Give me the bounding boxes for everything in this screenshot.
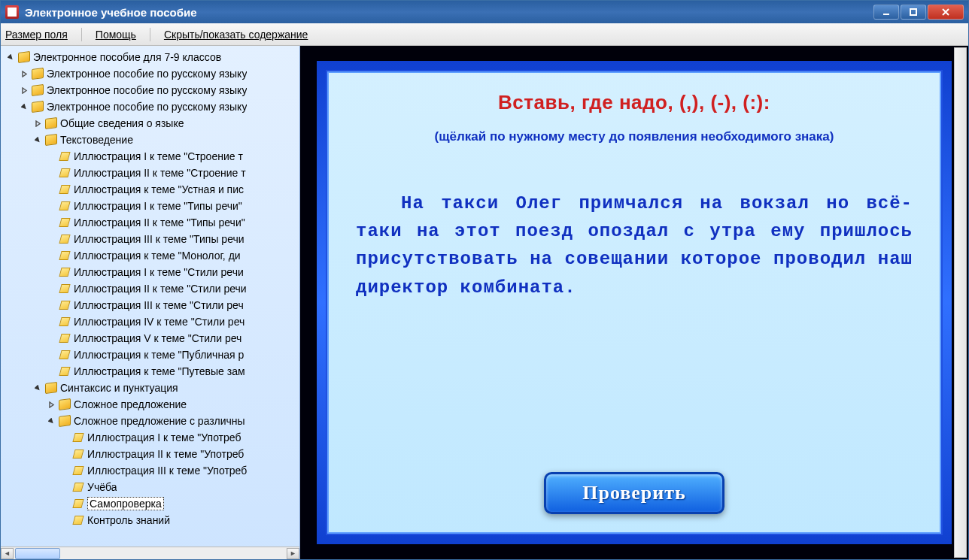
tree-item[interactable]: Иллюстрация II к теме "Строение т — [7, 165, 299, 181]
tree-label: Иллюстрация II к теме "Строение т — [74, 167, 246, 179]
scroll-thumb[interactable] — [15, 548, 60, 559]
book-icon — [59, 399, 71, 410]
page-icon — [59, 201, 71, 211]
tree-item[interactable]: Самопроверка — [7, 495, 299, 512]
tree-item[interactable]: Иллюстрация III к теме "Стили реч — [7, 297, 299, 313]
tree-label: Иллюстрация V к теме "Стили реч — [74, 332, 241, 344]
menu-help[interactable]: Помощь — [96, 29, 136, 41]
sidebar: Электронное пособие для 7-9 классовЭлект… — [1, 46, 300, 559]
tree-label: Иллюстрация II к теме "Типы речи" — [74, 216, 245, 229]
tree-item[interactable]: Иллюстрация к теме "Монолог, ди — [7, 247, 299, 264]
tree-item[interactable]: Общие сведения о языке — [7, 115, 299, 132]
tree-label: Иллюстрация II к теме "Стили речи — [74, 283, 247, 295]
page-icon — [59, 250, 71, 261]
exercise-text[interactable]: На такси Олег примчался на вокзал но всё… — [348, 189, 920, 301]
tree-label: Учёба — [87, 481, 117, 493]
tree-label: Общие сведения о языке — [60, 117, 184, 129]
page-icon — [59, 300, 71, 310]
tree-label: Иллюстрация к теме "Путевые зам — [74, 365, 245, 377]
book-icon — [45, 135, 57, 145]
page-icon — [59, 316, 71, 327]
tree-label: Иллюстрация III к теме "Употреб — [87, 465, 247, 477]
menubar: Размер поля Помощь Скрыть/показать содер… — [1, 23, 968, 46]
tree-item[interactable]: Иллюстрация к теме "Устная и пис — [7, 181, 299, 198]
tree-item[interactable]: Электронное пособие по русскому языку — [7, 82, 299, 98]
tree-item[interactable]: Иллюстрация II к теме "Употреб — [7, 446, 299, 462]
tree-label: Текстоведение — [60, 134, 133, 146]
tree-label: Сложное предложение с различны — [74, 415, 245, 427]
tree-label: Иллюстрация к теме "Устная и пис — [74, 183, 244, 195]
tree-item[interactable]: Синтаксис и пунктуация — [7, 380, 299, 396]
tree-item[interactable]: Сложное предложение — [7, 396, 299, 413]
tree-label: Электронное пособие по русскому языку — [47, 84, 247, 96]
tree-item[interactable]: Иллюстрация I к теме "Употреб — [7, 429, 299, 446]
tree-item[interactable]: Учёба — [7, 479, 299, 495]
page-icon — [59, 350, 71, 360]
tree-item[interactable]: Иллюстрация III к теме "Употреб — [7, 462, 299, 479]
workspace: Электронное пособие для 7-9 классовЭлект… — [1, 46, 968, 559]
page-icon — [59, 234, 71, 244]
scroll-track[interactable] — [14, 548, 287, 559]
tree-item[interactable]: Иллюстрация IV к теме "Стили реч — [7, 313, 299, 330]
scroll-right-button[interactable]: ► — [287, 548, 299, 559]
close-button[interactable] — [928, 5, 964, 20]
tree-item[interactable]: Иллюстрация III к теме "Типы речи — [7, 231, 299, 247]
book-icon — [32, 68, 44, 79]
tree-item[interactable]: Электронное пособие для 7-9 классов — [7, 49, 299, 65]
tree-item[interactable]: Электронное пособие по русскому языку — [7, 98, 299, 115]
tree-label: Иллюстрация к теме "Монолог, ди — [74, 250, 241, 262]
page-icon — [59, 267, 71, 277]
tree-item[interactable]: Текстоведение — [7, 132, 299, 148]
tree-item[interactable]: Иллюстрация II к теме "Стили речи — [7, 280, 299, 297]
app-icon — [5, 5, 19, 19]
tree-label: Самопроверка — [87, 497, 164, 510]
tree-item[interactable]: Иллюстрация II к теме "Типы речи" — [7, 214, 299, 231]
button-row: Проверить — [348, 472, 920, 517]
page-icon — [59, 366, 71, 377]
menu-separator — [150, 28, 150, 41]
exercise-panel: Вставь, где надо, (,), (-), (:): (щёлкай… — [317, 61, 952, 544]
page-icon — [59, 333, 71, 344]
toc-tree[interactable]: Электронное пособие для 7-9 классовЭлект… — [1, 46, 299, 546]
book-icon — [45, 383, 57, 393]
tree-label: Синтаксис и пунктуация — [60, 382, 178, 394]
maximize-button[interactable] — [901, 5, 926, 20]
scroll-left-button[interactable]: ◄ — [1, 548, 14, 559]
tree-item[interactable]: Иллюстрация I к теме "Строение т — [7, 148, 299, 165]
page-icon — [59, 184, 71, 195]
tree-item[interactable]: Сложное предложение с различны — [7, 413, 299, 429]
tree-label: Иллюстрация IV к теме "Стили реч — [74, 316, 245, 328]
tree-label: Иллюстрация I к теме "Стили речи — [74, 266, 244, 278]
minimize-button[interactable] — [873, 5, 899, 20]
menu-toggle-toc[interactable]: Скрыть/показать содержание — [164, 29, 308, 41]
tree-item[interactable]: Иллюстрация I к теме "Типы речи" — [7, 198, 299, 214]
tree-item[interactable]: Иллюстрация к теме "Путевые зам — [7, 363, 299, 380]
page-icon — [72, 432, 84, 443]
page-icon — [72, 482, 84, 492]
titlebar: Электронное учебное пособие — [1, 1, 968, 23]
book-icon — [18, 52, 30, 62]
check-button[interactable]: Проверить — [544, 472, 724, 514]
tree-label: Электронное пособие по русскому языку — [47, 68, 247, 80]
window-controls — [873, 5, 964, 20]
book-icon — [32, 101, 44, 112]
book-icon — [45, 118, 57, 129]
tree-item[interactable]: Электронное пособие по русскому языку — [7, 65, 299, 82]
tree-item[interactable]: Иллюстрация I к теме "Стили речи — [7, 264, 299, 280]
tree-label: Иллюстрация к теме "Публичная р — [74, 349, 244, 361]
sidebar-hscrollbar[interactable]: ◄ ► — [1, 546, 299, 559]
tree-label: Иллюстрация I к теме "Типы речи" — [74, 200, 242, 212]
content-vscrollbar[interactable] — [954, 47, 967, 558]
tree-label: Электронное пособие для 7-9 классов — [33, 51, 221, 63]
page-icon — [72, 465, 84, 476]
menu-field-size[interactable]: Размер поля — [5, 29, 68, 41]
book-icon — [59, 416, 71, 426]
page-icon — [59, 151, 71, 162]
tree-item[interactable]: Иллюстрация к теме "Публичная р — [7, 347, 299, 363]
tree-item[interactable]: Иллюстрация V к теме "Стили реч — [7, 330, 299, 347]
tree-item[interactable]: Контроль знаний — [7, 512, 299, 528]
menu-separator — [81, 28, 82, 41]
app-window: Электронное учебное пособие Размер поля … — [0, 0, 969, 560]
page-icon — [59, 283, 71, 294]
tree-label: Иллюстрация II к теме "Употреб — [87, 448, 244, 460]
